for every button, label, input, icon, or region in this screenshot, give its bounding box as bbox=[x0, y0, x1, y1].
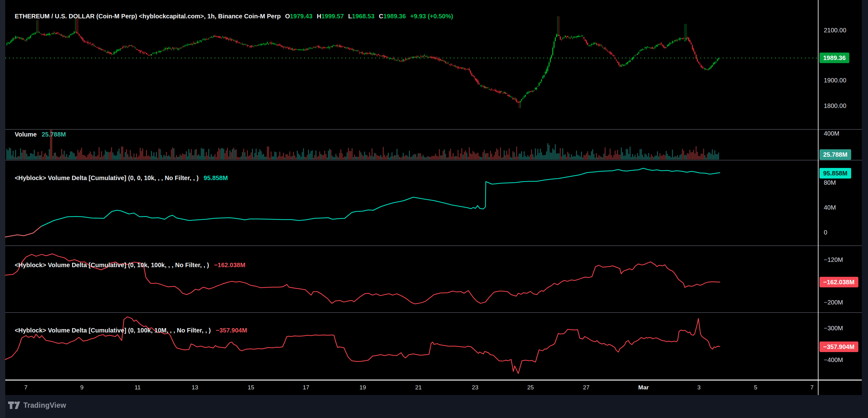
volume-legend: Volume25.788M bbox=[11, 124, 66, 138]
time-axis-label: 19 bbox=[359, 384, 366, 391]
time-axis-label: 25 bbox=[527, 384, 534, 391]
close-value: 1989.36 bbox=[383, 13, 406, 20]
price-axis-tick-label: 80M bbox=[824, 178, 836, 186]
time-axis-label: 17 bbox=[303, 384, 309, 391]
price-axis-tick-label: 40M bbox=[824, 203, 836, 211]
tradingview-logo[interactable]: TradingView bbox=[8, 400, 66, 410]
axis-value-badge: 95.858M bbox=[819, 168, 851, 178]
axis-value-badge: 25.788M bbox=[819, 149, 851, 160]
tradingview-logo-text: TradingView bbox=[23, 401, 66, 410]
cvd3-value: −357.904M bbox=[216, 327, 247, 334]
time-axis-label: 9 bbox=[80, 384, 84, 391]
time-axis-label: 13 bbox=[191, 384, 198, 391]
volume-label[interactable]: Volume bbox=[14, 131, 37, 138]
price-axis-tick-label: 1800.00 bbox=[824, 102, 846, 110]
axis-value-badge: −357.904M bbox=[819, 342, 858, 352]
low-label: L bbox=[348, 13, 352, 20]
low-value: 1968.53 bbox=[352, 13, 375, 20]
cvd1-label[interactable]: <Hyblock> Volume Delta [Cumulative] (0, … bbox=[14, 174, 198, 181]
price-axis-tick-label: −120M bbox=[824, 256, 843, 264]
high-label: H bbox=[317, 13, 321, 20]
price-axis-tick-label: −300M bbox=[824, 324, 843, 332]
cvd2-label[interactable]: <Hyblock> Volume Delta [Cumulative] (0, … bbox=[14, 262, 209, 269]
axis-value-badge: 1989.36 bbox=[819, 53, 849, 63]
cvd2-value: −162.038M bbox=[214, 262, 245, 269]
price-axis-tick-label: 2100.00 bbox=[824, 26, 846, 34]
time-axis-label: 21 bbox=[415, 384, 422, 391]
cvd3-label[interactable]: <Hyblock> Volume Delta [Cumulative] (0, … bbox=[14, 327, 211, 334]
open-value: 1979.43 bbox=[290, 13, 312, 20]
time-axis-label: 3 bbox=[698, 384, 701, 391]
price-axis-tick-label: 1900.00 bbox=[824, 76, 846, 84]
axis-value-badge: −162.038M bbox=[819, 277, 858, 287]
change-value: +9.93 (+0.50%) bbox=[410, 13, 453, 20]
time-axis-label: 5 bbox=[754, 384, 757, 391]
symbol-title[interactable]: ETHEREUM / U.S. DOLLAR (Coin-M Perp) <hy… bbox=[14, 13, 281, 20]
cvd2-legend: <Hyblock> Volume Delta [Cumulative] (0, … bbox=[11, 254, 245, 269]
open-label: O bbox=[285, 13, 290, 20]
price-axis-tick-label: −400M bbox=[824, 356, 843, 364]
volume-value: 25.788M bbox=[42, 131, 66, 138]
cvd3-legend: <Hyblock> Volume Delta [Cumulative] (0, … bbox=[11, 320, 247, 334]
cvd1-legend: <Hyblock> Volume Delta [Cumulative] (0, … bbox=[11, 167, 228, 182]
time-axis-label: Mar bbox=[638, 384, 649, 391]
tradingview-logo-icon bbox=[8, 400, 21, 410]
time-axis-label: 27 bbox=[583, 384, 589, 391]
time-axis-label: 7 bbox=[24, 384, 28, 391]
time-axis[interactable] bbox=[5, 380, 862, 395]
time-axis-label: 15 bbox=[248, 384, 254, 391]
price-axis-tick-label: −200M bbox=[824, 298, 843, 306]
price-axis-tick-label: 400M bbox=[824, 129, 839, 137]
price-axis-tick-label: 0 bbox=[824, 228, 827, 236]
time-axis-label: 23 bbox=[472, 384, 478, 391]
symbol-legend: ETHEREUM / U.S. DOLLAR (Coin-M Perp) <hy… bbox=[11, 6, 453, 20]
time-axis-label: 11 bbox=[134, 384, 141, 391]
high-value: 1999.57 bbox=[321, 13, 344, 20]
close-label: C bbox=[379, 13, 383, 20]
time-axis-label: 7 bbox=[810, 384, 814, 391]
chart-canvas[interactable] bbox=[0, 0, 868, 418]
cvd1-value: 95.858M bbox=[204, 174, 228, 181]
